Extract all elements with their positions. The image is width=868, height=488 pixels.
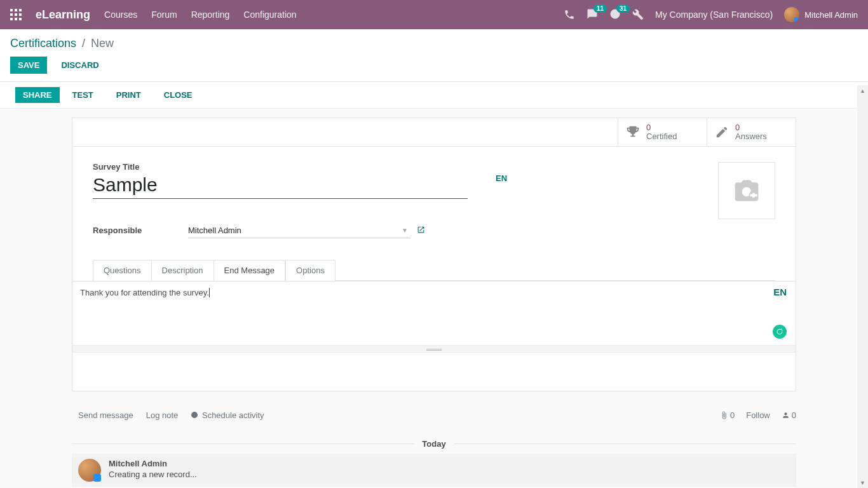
message-avatar — [78, 459, 101, 482]
company-selector[interactable]: My Company (San Francisco) — [655, 10, 773, 20]
save-button[interactable]: Save — [10, 57, 47, 74]
message-text: Creating a new record... — [109, 470, 197, 479]
resize-handle[interactable] — [72, 345, 796, 353]
tab-questions[interactable]: Questions — [93, 260, 152, 281]
date-separator: Today — [72, 439, 796, 449]
stat-certified-text: 0 Certified — [646, 123, 677, 142]
followers-button[interactable]: 0 — [782, 410, 796, 420]
stat-answers-count: 0 — [735, 123, 767, 132]
end-message-editor[interactable]: Thank you for attending the survey. EN — [72, 281, 796, 345]
responsible-field[interactable]: ▼ — [188, 223, 410, 238]
external-link-icon[interactable] — [417, 226, 425, 236]
breadcrumb: Certifications / New — [0, 29, 868, 53]
scrollbar[interactable]: ▲ ▼ — [857, 85, 868, 488]
grammarly-icon[interactable] — [773, 325, 787, 339]
message-item: Mitchell Admin Creating a new record... — [72, 454, 796, 487]
nav-courses[interactable]: Courses — [104, 10, 137, 20]
responsible-row: Responsible ▼ — [93, 223, 775, 238]
print-button[interactable]: Print — [106, 87, 151, 103]
top-navbar: eLearning Courses Forum Reporting Config… — [0, 0, 868, 29]
nav-forum[interactable]: Forum — [151, 10, 177, 20]
breadcrumb-root[interactable]: Certifications — [10, 37, 76, 50]
title-input[interactable] — [93, 173, 468, 199]
user-name: Mitchell Admin — [804, 10, 858, 20]
chatter-topbar: Send message Log note Schedule activity … — [72, 400, 796, 430]
schedule-activity-button[interactable]: Schedule activity — [184, 407, 270, 424]
editor-content: Thank you for attending the survey. — [80, 288, 209, 297]
tab-end-message[interactable]: End Message — [214, 260, 286, 281]
image-upload[interactable] — [718, 162, 775, 219]
stat-certified-label: Certified — [646, 132, 677, 141]
phone-icon[interactable] — [564, 9, 575, 20]
close-button[interactable]: Close — [154, 87, 203, 103]
share-button[interactable]: Share — [15, 87, 60, 103]
activities-indicator[interactable]: 31 — [609, 8, 621, 22]
form-sheet: 0 Certified 0 Answers Survey Title — [72, 118, 796, 391]
stat-buttons: 0 Certified 0 Answers — [72, 118, 796, 147]
log-note-button[interactable]: Log note — [140, 407, 185, 424]
attachments-button[interactable]: 0 — [720, 410, 735, 420]
responsible-input[interactable] — [188, 223, 402, 238]
tab-options[interactable]: Options — [285, 260, 336, 281]
title-column: Survey Title — [93, 162, 468, 199]
attach-count: 0 — [730, 410, 735, 420]
send-message-button[interactable]: Send message — [72, 407, 140, 424]
editor-wrap: Thank you for attending the survey. EN — [72, 281, 796, 353]
form-wrap: 0 Certified 0 Answers Survey Title — [0, 109, 868, 391]
tab-description[interactable]: Description — [151, 260, 214, 281]
chatter-right: 0 Follow 0 — [720, 410, 796, 420]
user-menu[interactable]: Mitchell Admin — [784, 7, 858, 22]
activity-badge: 31 — [616, 4, 630, 13]
schedule-activity-label: Schedule activity — [202, 410, 264, 420]
avatar — [784, 7, 799, 22]
nav-reporting[interactable]: Reporting — [191, 10, 230, 20]
stat-certified-count: 0 — [646, 123, 677, 132]
follow-button[interactable]: Follow — [746, 410, 770, 420]
stat-answers-label: Answers — [735, 132, 767, 141]
responsible-label: Responsible — [93, 226, 188, 235]
scroll-up-icon[interactable]: ▲ — [857, 85, 868, 96]
control-panel: Certifications / New Save Discard — [0, 29, 868, 82]
trophy-icon — [626, 125, 640, 139]
breadcrumb-sep: / — [82, 37, 85, 50]
edit-icon — [715, 125, 729, 139]
paperclip-icon — [720, 411, 728, 419]
title-label: Survey Title — [93, 162, 468, 172]
title-row: Survey Title EN — [93, 162, 775, 199]
stat-answers-text: 0 Answers — [735, 123, 767, 142]
navbar-right: 11 31 My Company (San Francisco) Mitchel… — [564, 7, 858, 22]
chevron-down-icon[interactable]: ▼ — [402, 227, 408, 234]
message-body: Mitchell Admin Creating a new record... — [109, 459, 197, 479]
apps-icon[interactable] — [10, 9, 22, 20]
follower-count: 0 — [792, 410, 796, 420]
form-body: Survey Title EN Responsible ▼ — [72, 147, 796, 238]
camera-plus-icon — [730, 177, 763, 205]
nav-configuration[interactable]: Configuration — [243, 10, 296, 20]
control-buttons: Save Discard — [0, 53, 868, 81]
discard-button[interactable]: Discard — [53, 57, 106, 74]
sheet-footer — [72, 353, 796, 391]
date-separator-label: Today — [414, 439, 453, 449]
test-button[interactable]: Test — [62, 87, 104, 103]
brand[interactable]: eLearning — [36, 8, 90, 22]
message-author: Mitchell Admin — [109, 459, 197, 468]
breadcrumb-current: New — [91, 37, 114, 50]
clock-small-icon — [191, 411, 198, 419]
navbar-left: eLearning Courses Forum Reporting Config… — [10, 8, 297, 22]
scroll-down-icon[interactable]: ▼ — [857, 477, 868, 488]
title-lang-button[interactable]: EN — [496, 173, 507, 183]
status-bar: Share Test Print Close — [0, 82, 868, 109]
stat-answers[interactable]: 0 Answers — [707, 118, 796, 146]
chatter: Send message Log note Schedule activity … — [72, 400, 796, 487]
chat-badge: 11 — [593, 4, 607, 13]
editor-lang-button[interactable]: EN — [773, 287, 787, 297]
messages-indicator[interactable]: 11 — [587, 8, 598, 22]
tabs: Questions Description End Message Option… — [93, 260, 775, 281]
stat-certified[interactable]: 0 Certified — [618, 118, 707, 146]
user-icon — [782, 411, 790, 419]
debug-icon[interactable] — [632, 9, 644, 20]
text-cursor — [209, 288, 210, 297]
scroll-track[interactable] — [857, 96, 868, 477]
